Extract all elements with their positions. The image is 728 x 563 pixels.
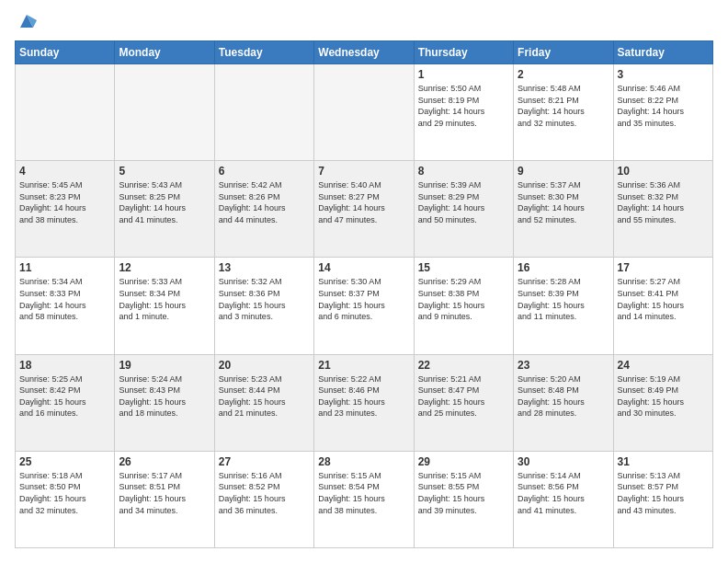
calendar-cell: 2Sunrise: 5:48 AM Sunset: 8:21 PM Daylig… — [514, 64, 613, 161]
logo — [15, 15, 37, 31]
day-number: 30 — [518, 455, 609, 468]
calendar-cell: 28Sunrise: 5:15 AM Sunset: 8:54 PM Dayli… — [314, 451, 414, 547]
day-info: Sunrise: 5:13 AM Sunset: 8:57 PM Dayligh… — [618, 470, 709, 516]
weekday-header-saturday: Saturday — [613, 41, 712, 64]
week-row-2: 4Sunrise: 5:45 AM Sunset: 8:23 PM Daylig… — [16, 161, 713, 258]
day-number: 11 — [19, 261, 110, 274]
day-number: 31 — [618, 455, 709, 468]
weekday-header-sunday: Sunday — [16, 41, 115, 64]
calendar-cell — [314, 64, 414, 161]
day-number: 14 — [318, 261, 409, 274]
day-number: 12 — [119, 261, 210, 274]
day-info: Sunrise: 5:20 AM Sunset: 8:48 PM Dayligh… — [518, 373, 609, 419]
day-info: Sunrise: 5:30 AM Sunset: 8:37 PM Dayligh… — [318, 276, 409, 322]
day-number: 10 — [618, 165, 709, 178]
day-info: Sunrise: 5:18 AM Sunset: 8:50 PM Dayligh… — [19, 470, 110, 516]
day-info: Sunrise: 5:40 AM Sunset: 8:27 PM Dayligh… — [318, 179, 409, 225]
day-info: Sunrise: 5:27 AM Sunset: 8:41 PM Dayligh… — [618, 276, 709, 322]
calendar-cell: 3Sunrise: 5:46 AM Sunset: 8:22 PM Daylig… — [613, 64, 712, 161]
day-number: 26 — [119, 455, 210, 468]
calendar-cell: 18Sunrise: 5:25 AM Sunset: 8:42 PM Dayli… — [16, 354, 115, 451]
calendar-cell: 9Sunrise: 5:37 AM Sunset: 8:30 PM Daylig… — [514, 161, 613, 258]
day-number: 25 — [19, 455, 110, 468]
calendar-cell: 19Sunrise: 5:24 AM Sunset: 8:43 PM Dayli… — [115, 354, 214, 451]
day-info: Sunrise: 5:43 AM Sunset: 8:25 PM Dayligh… — [119, 179, 210, 225]
calendar-cell: 11Sunrise: 5:34 AM Sunset: 8:33 PM Dayli… — [16, 258, 115, 354]
weekday-header-monday: Monday — [115, 41, 214, 64]
day-info: Sunrise: 5:25 AM Sunset: 8:42 PM Dayligh… — [19, 373, 110, 419]
calendar-cell: 12Sunrise: 5:33 AM Sunset: 8:34 PM Dayli… — [115, 258, 214, 354]
day-info: Sunrise: 5:22 AM Sunset: 8:46 PM Dayligh… — [318, 373, 409, 419]
calendar-cell: 10Sunrise: 5:36 AM Sunset: 8:32 PM Dayli… — [613, 161, 712, 258]
calendar-cell: 30Sunrise: 5:14 AM Sunset: 8:56 PM Dayli… — [514, 451, 613, 547]
calendar-cell: 4Sunrise: 5:45 AM Sunset: 8:23 PM Daylig… — [16, 161, 115, 258]
day-number: 8 — [418, 165, 509, 178]
weekday-header-friday: Friday — [514, 41, 613, 64]
day-info: Sunrise: 5:14 AM Sunset: 8:56 PM Dayligh… — [518, 470, 609, 516]
day-number: 28 — [318, 455, 409, 468]
calendar-cell: 26Sunrise: 5:17 AM Sunset: 8:51 PM Dayli… — [115, 451, 214, 547]
day-info: Sunrise: 5:28 AM Sunset: 8:39 PM Dayligh… — [518, 276, 609, 322]
calendar-cell: 16Sunrise: 5:28 AM Sunset: 8:39 PM Dayli… — [514, 258, 613, 354]
calendar-cell: 1Sunrise: 5:50 AM Sunset: 8:19 PM Daylig… — [414, 64, 513, 161]
day-info: Sunrise: 5:19 AM Sunset: 8:49 PM Dayligh… — [618, 373, 709, 419]
day-number: 21 — [318, 359, 409, 372]
calendar-cell: 20Sunrise: 5:23 AM Sunset: 8:44 PM Dayli… — [214, 354, 313, 451]
calendar-cell: 13Sunrise: 5:32 AM Sunset: 8:36 PM Dayli… — [214, 258, 313, 354]
day-info: Sunrise: 5:45 AM Sunset: 8:23 PM Dayligh… — [19, 179, 110, 225]
day-info: Sunrise: 5:50 AM Sunset: 8:19 PM Dayligh… — [418, 83, 509, 129]
header — [15, 15, 713, 31]
calendar-cell — [214, 64, 313, 161]
day-number: 29 — [418, 455, 509, 468]
calendar-cell: 23Sunrise: 5:20 AM Sunset: 8:48 PM Dayli… — [514, 354, 613, 451]
day-info: Sunrise: 5:29 AM Sunset: 8:38 PM Dayligh… — [418, 276, 509, 322]
day-number: 2 — [518, 68, 609, 81]
calendar-cell: 25Sunrise: 5:18 AM Sunset: 8:50 PM Dayli… — [16, 451, 115, 547]
calendar-cell: 24Sunrise: 5:19 AM Sunset: 8:49 PM Dayli… — [613, 354, 712, 451]
day-number: 1 — [418, 68, 509, 81]
calendar-cell: 21Sunrise: 5:22 AM Sunset: 8:46 PM Dayli… — [314, 354, 414, 451]
day-number: 27 — [219, 455, 310, 468]
day-number: 13 — [219, 261, 310, 274]
weekday-header-thursday: Thursday — [414, 41, 513, 64]
calendar-cell: 7Sunrise: 5:40 AM Sunset: 8:27 PM Daylig… — [314, 161, 414, 258]
week-row-1: 1Sunrise: 5:50 AM Sunset: 8:19 PM Daylig… — [16, 64, 713, 161]
calendar-cell: 31Sunrise: 5:13 AM Sunset: 8:57 PM Dayli… — [613, 451, 712, 547]
day-number: 15 — [418, 261, 509, 274]
calendar-cell: 17Sunrise: 5:27 AM Sunset: 8:41 PM Dayli… — [613, 258, 712, 354]
calendar-cell: 5Sunrise: 5:43 AM Sunset: 8:25 PM Daylig… — [115, 161, 214, 258]
weekday-header-wednesday: Wednesday — [314, 41, 414, 64]
day-info: Sunrise: 5:37 AM Sunset: 8:30 PM Dayligh… — [518, 179, 609, 225]
calendar-cell — [115, 64, 214, 161]
day-number: 16 — [518, 261, 609, 274]
day-info: Sunrise: 5:48 AM Sunset: 8:21 PM Dayligh… — [518, 83, 609, 129]
day-number: 18 — [19, 359, 110, 372]
calendar-cell: 8Sunrise: 5:39 AM Sunset: 8:29 PM Daylig… — [414, 161, 513, 258]
day-number: 19 — [119, 359, 210, 372]
day-number: 17 — [618, 261, 709, 274]
day-info: Sunrise: 5:34 AM Sunset: 8:33 PM Dayligh… — [19, 276, 110, 322]
weekday-header-tuesday: Tuesday — [214, 41, 313, 64]
calendar-cell: 14Sunrise: 5:30 AM Sunset: 8:37 PM Dayli… — [314, 258, 414, 354]
day-info: Sunrise: 5:17 AM Sunset: 8:51 PM Dayligh… — [119, 470, 210, 516]
calendar-cell: 15Sunrise: 5:29 AM Sunset: 8:38 PM Dayli… — [414, 258, 513, 354]
calendar-table: SundayMondayTuesdayWednesdayThursdayFrid… — [15, 40, 713, 548]
logo-icon — [17, 11, 37, 31]
day-info: Sunrise: 5:24 AM Sunset: 8:43 PM Dayligh… — [119, 373, 210, 419]
day-number: 7 — [318, 165, 409, 178]
day-info: Sunrise: 5:33 AM Sunset: 8:34 PM Dayligh… — [119, 276, 210, 322]
day-number: 3 — [618, 68, 709, 81]
day-number: 20 — [219, 359, 310, 372]
day-info: Sunrise: 5:23 AM Sunset: 8:44 PM Dayligh… — [219, 373, 310, 419]
day-info: Sunrise: 5:16 AM Sunset: 8:52 PM Dayligh… — [219, 470, 310, 516]
calendar-cell — [16, 64, 115, 161]
calendar-cell: 29Sunrise: 5:15 AM Sunset: 8:55 PM Dayli… — [414, 451, 513, 547]
calendar-cell: 6Sunrise: 5:42 AM Sunset: 8:26 PM Daylig… — [214, 161, 313, 258]
week-row-4: 18Sunrise: 5:25 AM Sunset: 8:42 PM Dayli… — [16, 354, 713, 451]
day-info: Sunrise: 5:39 AM Sunset: 8:29 PM Dayligh… — [418, 179, 509, 225]
day-info: Sunrise: 5:15 AM Sunset: 8:54 PM Dayligh… — [318, 470, 409, 516]
day-number: 23 — [518, 359, 609, 372]
day-number: 6 — [219, 165, 310, 178]
day-info: Sunrise: 5:42 AM Sunset: 8:26 PM Dayligh… — [219, 179, 310, 225]
day-info: Sunrise: 5:21 AM Sunset: 8:47 PM Dayligh… — [418, 373, 509, 419]
